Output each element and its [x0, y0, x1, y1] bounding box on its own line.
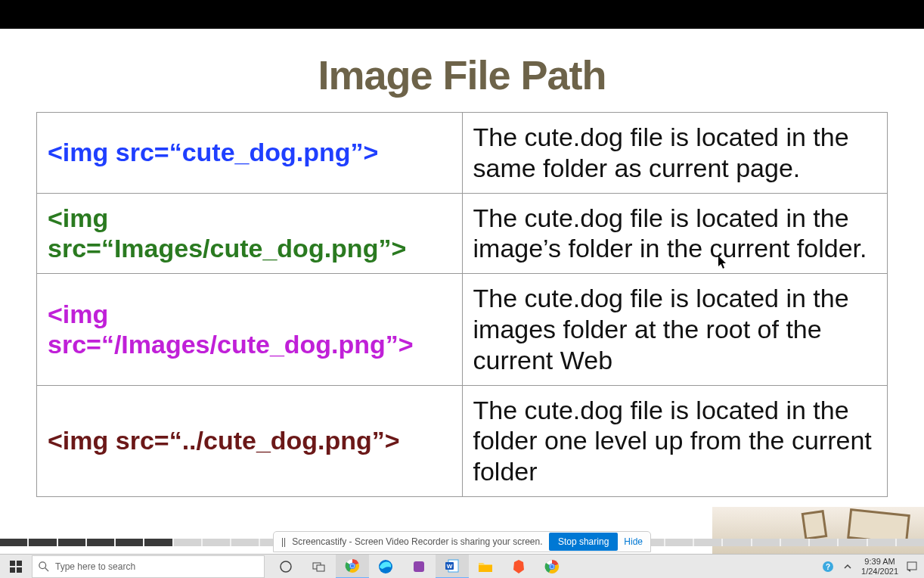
- share-message: Screencastify - Screen Video Recorder is…: [292, 536, 543, 547]
- table-row: <img src=“/Images/cute_dog.png”> The cut…: [37, 274, 888, 385]
- search-placeholder: Type here to search: [55, 561, 135, 572]
- hide-button[interactable]: Hide: [624, 536, 643, 547]
- tray-chevron-icon[interactable]: [842, 561, 854, 573]
- svg-point-6: [281, 561, 291, 572]
- desc-cell: The cute.dog file is located in the imag…: [462, 274, 888, 385]
- word-icon[interactable]: W: [436, 555, 469, 579]
- picture-frame-icon: [802, 510, 828, 540]
- brave-icon[interactable]: [502, 555, 535, 579]
- slide-content: Image File Path <img src=“cute_dog.png”>…: [0, 29, 924, 497]
- svg-text:W: W: [447, 563, 453, 570]
- svg-point-13: [351, 564, 355, 567]
- svg-text:?: ?: [826, 563, 830, 571]
- svg-rect-0: [10, 561, 15, 566]
- desc-cell: The cute.dog file is located in the imag…: [462, 193, 888, 274]
- svg-rect-1: [17, 561, 22, 566]
- code-cell: <img src=“../cute_dog.png”>: [37, 385, 463, 496]
- task-view-icon[interactable]: [302, 555, 336, 579]
- cortana-icon[interactable]: [269, 555, 302, 579]
- svg-line-5: [45, 567, 48, 570]
- svg-rect-15: [414, 561, 424, 572]
- clock[interactable]: 9:39 AM 1/24/2021: [861, 557, 898, 575]
- video-black-bar: [0, 0, 924, 29]
- help-icon[interactable]: ?: [822, 561, 834, 573]
- svg-rect-19: [479, 565, 492, 572]
- table-row: <img src=“../cute_dog.png”> The cute.dog…: [37, 385, 888, 496]
- table-row: <img src=“cute_dog.png”> The cute.dog fi…: [37, 113, 888, 194]
- table-row: <img src=“Images/cute_dog.png”> The cute…: [37, 193, 888, 274]
- svg-point-4: [39, 561, 46, 568]
- svg-point-23: [550, 564, 554, 568]
- code-cell: <img src=“cute_dog.png”>: [37, 113, 463, 194]
- svg-rect-8: [317, 565, 324, 571]
- edge-icon[interactable]: [369, 555, 402, 579]
- stop-sharing-button[interactable]: Stop sharing: [549, 533, 618, 551]
- cursor-icon: [718, 256, 729, 272]
- svg-rect-26: [907, 562, 916, 570]
- windows-icon: [10, 561, 22, 573]
- webcam-overlay: [712, 507, 924, 554]
- system-tray[interactable]: ? 9:39 AM 1/24/2021: [822, 555, 924, 578]
- file-explorer-icon[interactable]: [469, 555, 502, 579]
- code-cell: <img src=“Images/cute_dog.png”>: [37, 193, 463, 274]
- date-text: 1/24/2021: [861, 567, 898, 576]
- code-cell: <img src=“/Images/cute_dog.png”>: [37, 274, 463, 385]
- desc-cell: The cute.dog file is located in the fold…: [462, 385, 888, 496]
- screen-share-notice: || Screencastify - Screen Video Recorder…: [273, 531, 651, 552]
- time-text: 9:39 AM: [861, 557, 898, 566]
- start-button[interactable]: [0, 555, 32, 579]
- app-icon[interactable]: [402, 555, 436, 579]
- taskbar-pinned: W: [269, 555, 569, 578]
- pause-icon[interactable]: ||: [281, 536, 286, 547]
- chrome-icon[interactable]: [336, 555, 369, 579]
- notifications-icon[interactable]: [906, 561, 918, 573]
- chrome-icon[interactable]: [535, 555, 569, 579]
- search-icon: [39, 561, 49, 572]
- svg-rect-3: [17, 567, 22, 573]
- slide-title: Image File Path: [36, 51, 888, 98]
- svg-rect-2: [10, 567, 15, 573]
- desc-cell: The cute.dog file is located in the same…: [462, 113, 888, 194]
- path-table: <img src=“cute_dog.png”> The cute.dog fi…: [36, 112, 888, 497]
- taskbar-search[interactable]: Type here to search: [32, 555, 265, 578]
- windows-taskbar[interactable]: Type here to search W ? 9:39 AM 1/24/202…: [0, 554, 924, 578]
